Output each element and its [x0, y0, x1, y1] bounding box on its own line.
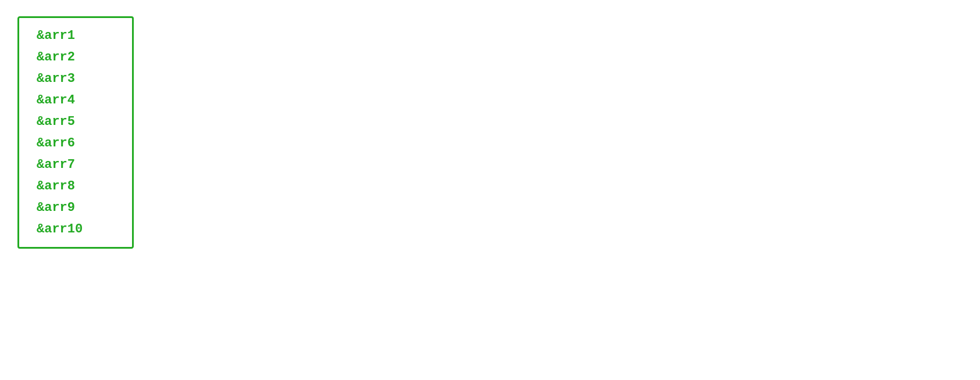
address-item: &arr2: [37, 50, 115, 64]
address-item: &arr10: [37, 222, 115, 236]
address-item: &arr6: [37, 136, 115, 150]
address-item: &arr5: [37, 114, 115, 129]
page-container: &arr1&arr2&arr3&arr4&arr5&arr6&arr7&arr8…: [0, 0, 980, 380]
left-panel: &arr1&arr2&arr3&arr4&arr5&arr6&arr7&arr8…: [17, 12, 134, 249]
address-item: &arr3: [37, 71, 115, 86]
address-item: &arr9: [37, 200, 115, 215]
address-item: &arr1: [37, 28, 115, 43]
address-item: &arr7: [37, 157, 115, 172]
address-item: &arr8: [37, 179, 115, 193]
address-item: &arr4: [37, 93, 115, 107]
parr3-box: &arr1&arr2&arr3&arr4&arr5&arr6&arr7&arr8…: [17, 16, 134, 249]
